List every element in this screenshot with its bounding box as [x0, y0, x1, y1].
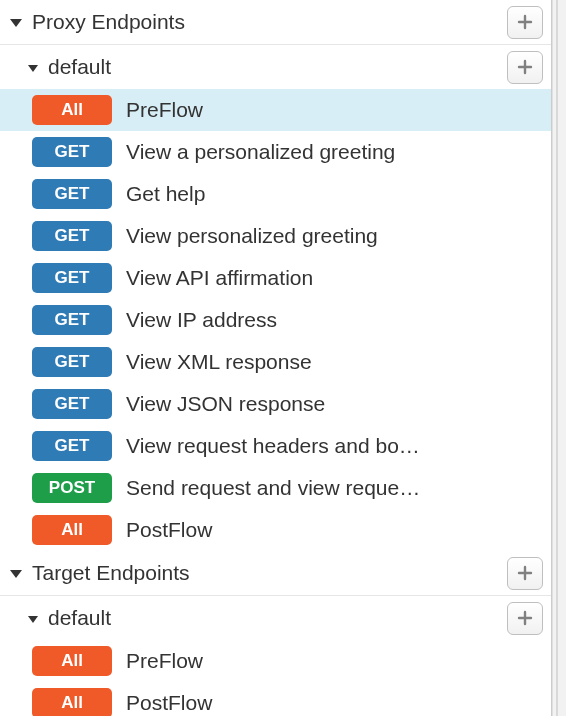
flow-label: Send request and view reque…	[126, 476, 543, 500]
flow-label: PostFlow	[126, 518, 543, 542]
add-proxy-endpoint-button[interactable]	[507, 6, 543, 39]
section-header-proxy-endpoints[interactable]: Proxy Endpoints	[0, 0, 551, 45]
method-badge: All	[32, 688, 112, 716]
add-flow-button[interactable]	[507, 51, 543, 84]
flow-row[interactable]: GET View JSON response	[0, 383, 551, 425]
flow-label: View API affirmation	[126, 266, 543, 290]
section-header-target-endpoints[interactable]: Target Endpoints	[0, 551, 551, 596]
plus-icon	[517, 14, 533, 30]
method-badge: GET	[32, 263, 112, 293]
scrollbar-track[interactable]	[552, 0, 566, 716]
flow-row[interactable]: All PostFlow	[0, 682, 551, 716]
method-badge: GET	[32, 179, 112, 209]
caret-down-icon	[28, 65, 38, 72]
group-header-target-default[interactable]: default	[0, 596, 551, 640]
flow-row[interactable]: GET View API affirmation	[0, 257, 551, 299]
add-target-endpoint-button[interactable]	[507, 557, 543, 590]
caret-down-icon	[10, 19, 22, 27]
flow-label: View XML response	[126, 350, 543, 374]
group-title: default	[48, 55, 507, 79]
caret-down-icon	[28, 616, 38, 623]
plus-icon	[517, 565, 533, 581]
method-badge: GET	[32, 137, 112, 167]
flow-row[interactable]: GET View personalized greeting	[0, 215, 551, 257]
group-header-proxy-default[interactable]: default	[0, 45, 551, 89]
group-title: default	[48, 606, 507, 630]
method-badge: GET	[32, 305, 112, 335]
flow-label: View request headers and bo…	[126, 434, 543, 458]
flow-label: View IP address	[126, 308, 543, 332]
method-badge: GET	[32, 347, 112, 377]
method-badge: All	[32, 95, 112, 125]
endpoints-panel: Proxy Endpoints default All PreFlow GET …	[0, 0, 552, 716]
flow-row[interactable]: GET View a personalized greeting	[0, 131, 551, 173]
flow-row[interactable]: All PreFlow	[0, 89, 551, 131]
flow-label: PreFlow	[126, 98, 543, 122]
flow-row[interactable]: GET View request headers and bo…	[0, 425, 551, 467]
flow-row[interactable]: All PostFlow	[0, 509, 551, 551]
flow-label: View personalized greeting	[126, 224, 543, 248]
method-badge: POST	[32, 473, 112, 503]
method-badge: All	[32, 515, 112, 545]
flow-label: View JSON response	[126, 392, 543, 416]
section-title: Proxy Endpoints	[32, 10, 507, 34]
flow-row[interactable]: GET View IP address	[0, 299, 551, 341]
flow-label: PostFlow	[126, 691, 543, 715]
flow-label: PreFlow	[126, 649, 543, 673]
method-badge: GET	[32, 221, 112, 251]
caret-down-icon	[10, 570, 22, 578]
method-badge: GET	[32, 431, 112, 461]
method-badge: All	[32, 646, 112, 676]
flow-label: Get help	[126, 182, 543, 206]
flow-label: View a personalized greeting	[126, 140, 543, 164]
flow-row[interactable]: GET Get help	[0, 173, 551, 215]
section-title: Target Endpoints	[32, 561, 507, 585]
flow-row[interactable]: GET View XML response	[0, 341, 551, 383]
flow-row[interactable]: POST Send request and view reque…	[0, 467, 551, 509]
flow-row[interactable]: All PreFlow	[0, 640, 551, 682]
method-badge: GET	[32, 389, 112, 419]
plus-icon	[517, 59, 533, 75]
plus-icon	[517, 610, 533, 626]
add-flow-button[interactable]	[507, 602, 543, 635]
